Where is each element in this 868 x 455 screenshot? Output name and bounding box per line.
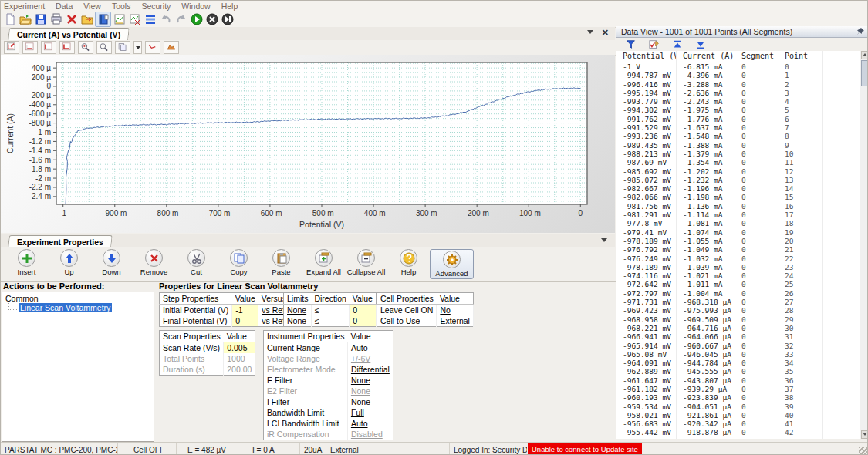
tab-experiment-properties[interactable]: Experiment Properties xyxy=(8,235,113,248)
data-row[interactable]: -965.08 mV-946.045 µA033 xyxy=(616,350,860,359)
property-value[interactable]: No xyxy=(437,305,474,316)
property-value[interactable]: None xyxy=(347,396,393,407)
data-row[interactable]: -985.072 mV-1.232 mA013 xyxy=(616,176,860,184)
voltammetry-chart[interactable]: -1-900 m-800 m-700 m-600 m-500 m-400 m-3… xyxy=(2,56,613,232)
column-header-segment[interactable]: Segment xyxy=(735,51,778,62)
scale-y-button[interactable] xyxy=(41,41,56,54)
notebook-button[interactable] xyxy=(95,12,111,27)
property-value[interactable]: None xyxy=(347,386,393,396)
tree-node-common[interactable]: Common xyxy=(2,294,154,303)
column-header-current-a[interactable]: Current (A) xyxy=(677,51,735,62)
property-value[interactable]: Auto xyxy=(347,418,393,429)
chart-tab-list-caret-icon[interactable] xyxy=(587,30,593,34)
data-row[interactable]: -964.091 mV-944.784 µA034 xyxy=(616,359,860,367)
paste-button[interactable]: Paste xyxy=(260,249,302,276)
undo-button[interactable] xyxy=(158,12,173,26)
property-value[interactable]: 0 xyxy=(350,315,377,327)
run-button[interactable] xyxy=(189,12,204,26)
property-value[interactable]: 0.005 xyxy=(224,342,255,354)
data-row[interactable]: -977.8 mV-1.081 mA018 xyxy=(616,219,860,228)
menu-data[interactable]: Data xyxy=(56,2,73,11)
scroll-top-button[interactable] xyxy=(669,39,686,50)
save-button[interactable] xyxy=(33,12,48,26)
data-row[interactable]: -972.797 mV-1.004 mA026 xyxy=(616,289,860,298)
data-row[interactable]: -982.667 mV-1.196 mA014 xyxy=(616,184,860,193)
data-row[interactable]: -978.189 mV-1.055 mA020 xyxy=(616,237,860,245)
peak-button[interactable] xyxy=(164,41,179,54)
cut-button[interactable]: Cut xyxy=(175,249,218,276)
pin-icon[interactable] xyxy=(856,27,865,36)
data-row[interactable]: -993.779 mV-2.243 mA04 xyxy=(616,97,860,106)
data-row[interactable]: -966.941 mV-964.066 µA031 xyxy=(616,332,860,341)
chart-tab-close-icon[interactable]: ✕ xyxy=(602,28,609,38)
data-row[interactable]: -996.416 mV-3.288 mA02 xyxy=(616,80,860,89)
data-row[interactable]: -993.236 mV-1.548 mA08 xyxy=(616,132,860,140)
data-row[interactable]: -994.302 mV-1.975 mA05 xyxy=(616,106,860,114)
trace-button[interactable] xyxy=(145,41,160,54)
data-row[interactable]: -962.889 mV-945.555 µA035 xyxy=(616,367,860,376)
data-row[interactable]: -965.914 mV-960.667 µA032 xyxy=(616,342,860,350)
data-row[interactable]: -956.683 mV-920.342 µA041 xyxy=(616,420,860,428)
expand-all-button[interactable]: Expand All xyxy=(302,249,345,276)
menu-security[interactable]: Security xyxy=(141,2,171,11)
axes-setup-button[interactable] xyxy=(4,41,19,54)
filter-button[interactable] xyxy=(623,39,640,50)
redo-button[interactable] xyxy=(174,12,188,26)
data-row[interactable]: -974.116 mV-1.021 mA024 xyxy=(616,271,860,280)
data-row[interactable]: -985.692 mV-1.202 mA012 xyxy=(616,167,860,176)
data-row[interactable]: -988.213 mV-1.379 mA010 xyxy=(616,150,860,158)
menu-tools[interactable]: Tools xyxy=(112,2,131,11)
scrollbar-down-icon[interactable] xyxy=(861,430,868,439)
data-row[interactable]: -961.182 mV-939.29 µA037 xyxy=(616,385,860,393)
graph-view-button[interactable] xyxy=(112,12,127,26)
scale-x-button[interactable] xyxy=(22,41,38,54)
property-value[interactable]: Auto xyxy=(347,342,393,354)
advanced-button[interactable]: Advanced xyxy=(430,249,474,279)
data-row[interactable]: -969.423 mV-975.993 µA028 xyxy=(616,306,860,315)
data-row[interactable]: -971.731 mV-968.318 µA027 xyxy=(616,298,860,306)
data-row[interactable]: -981.291 mV-1.114 mA017 xyxy=(616,211,860,219)
data-row[interactable]: -982.066 mV-1.198 mA015 xyxy=(616,193,860,201)
property-value[interactable]: -1 xyxy=(232,305,258,316)
menu-experiment[interactable]: Experiment xyxy=(4,2,45,11)
zoom-box-button[interactable] xyxy=(96,41,112,54)
copy-button[interactable]: Copy xyxy=(218,249,260,276)
print-button[interactable] xyxy=(49,12,63,26)
scroll-bottom-button[interactable] xyxy=(692,39,709,50)
data-row[interactable]: -976.249 mV-1.032 mA022 xyxy=(616,254,860,263)
data-row[interactable]: -989.435 mV-1.388 mA09 xyxy=(616,141,860,150)
property-value[interactable]: 1000 xyxy=(224,353,255,364)
zoom-in-button[interactable] xyxy=(78,41,93,54)
menu-view[interactable]: View xyxy=(83,2,101,11)
property-value[interactable]: Differential xyxy=(347,364,393,375)
property-value[interactable]: External xyxy=(437,315,474,327)
tree-node-linear-scan-voltammetry[interactable]: Linear Scan Voltammetry xyxy=(8,303,154,312)
tab-current-vs-potential[interactable]: Current (A) vs Potential (V) xyxy=(8,28,130,41)
data-row[interactable]: -959.534 mV-904.051 µA039 xyxy=(616,403,860,411)
copy-chart-button[interactable] xyxy=(115,41,130,54)
column-header-point[interactable]: Point xyxy=(778,51,823,62)
graph-edit-button[interactable] xyxy=(127,12,142,26)
delete-button[interactable] xyxy=(64,12,79,26)
property-value[interactable]: ≤ xyxy=(311,315,349,327)
property-value[interactable]: 0 xyxy=(232,315,258,327)
data-row[interactable]: -968.221 mV-964.716 µA030 xyxy=(616,324,860,332)
data-table[interactable]: Potential (V)Current (A)SegmentPoint-1 V… xyxy=(616,51,860,439)
up-button[interactable]: Up xyxy=(48,249,90,276)
data-row[interactable]: -994.787 mV-4.396 mA01 xyxy=(616,71,860,79)
data-table-scrollbar[interactable] xyxy=(860,51,868,439)
scale-xy-button[interactable] xyxy=(59,41,75,54)
down-button[interactable]: Down xyxy=(90,249,133,276)
data-row[interactable]: -991.529 mV-1.637 mA07 xyxy=(616,123,860,132)
property-value[interactable]: ≤ xyxy=(311,305,349,316)
remove-button[interactable]: Remove xyxy=(133,249,175,276)
collapse-all-button[interactable]: Collapse All xyxy=(345,249,387,276)
data-row[interactable]: -1 V-6.815 mA00 xyxy=(616,62,860,71)
property-value[interactable]: 0 xyxy=(350,305,377,316)
data-row[interactable]: -955.442 mV-918.878 µA042 xyxy=(616,428,860,436)
data-row[interactable]: -958.021 mV-921.861 µA040 xyxy=(616,411,860,420)
stop-button[interactable] xyxy=(204,12,219,26)
data-row[interactable]: -991.762 mV-1.776 mA06 xyxy=(616,115,860,123)
open-button[interactable] xyxy=(18,12,32,26)
data-row[interactable]: -995.194 mV-2.636 mA03 xyxy=(616,89,860,97)
